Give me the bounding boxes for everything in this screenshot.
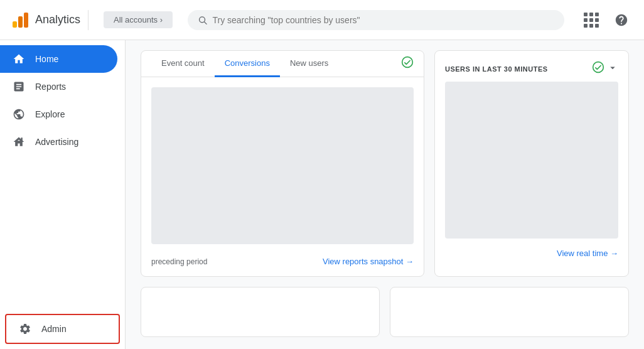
card-footer: preceding period View reports snapshot →: [141, 254, 424, 276]
admin-label: Admin: [41, 324, 67, 334]
search-bar[interactable]: [188, 10, 564, 30]
tab-event-count[interactable]: Event count: [151, 51, 215, 77]
top-header: Analytics All accounts ›: [0, 0, 644, 40]
rt-check-icon: [592, 61, 604, 77]
logo-area: Analytics: [10, 10, 89, 30]
account-bg-label[interactable]: All accounts ›: [104, 11, 173, 28]
svg-rect-1: [18, 16, 23, 28]
help-button[interactable]: [609, 8, 634, 33]
card-check-icon: [401, 56, 414, 72]
svg-line-4: [205, 21, 207, 24]
sidebar: Home Reports Explore: [0, 40, 126, 349]
admin-gear-icon: [19, 323, 31, 335]
app-title: Analytics: [35, 13, 80, 26]
sidebar-item-home[interactable]: Home: [0, 45, 117, 73]
rt-card-header: USERS IN LAST 30 MINUTES: [435, 51, 628, 82]
sidebar-item-advertising[interactable]: Advertising: [0, 128, 117, 156]
tab-new-users[interactable]: New users: [280, 51, 338, 77]
search-input[interactable]: [212, 15, 554, 25]
rt-card-title: USERS IN LAST 30 MINUTES: [445, 65, 548, 73]
main-card: Event count Conversions New users: [141, 50, 424, 277]
header-actions: [579, 8, 634, 33]
sidebar-item-explore[interactable]: Explore: [0, 100, 117, 128]
sidebar-item-advertising-label: Advertising: [35, 137, 78, 147]
rt-chart-area: [445, 82, 618, 239]
bottom-card-1: [141, 287, 380, 337]
realtime-card: USERS IN LAST 30 MINUTES: [434, 50, 629, 277]
apps-menu-button[interactable]: [579, 8, 604, 33]
tab-conversions[interactable]: Conversions: [215, 51, 280, 77]
account-breadcrumb[interactable]: All accounts ›: [96, 11, 180, 28]
view-real-time-link[interactable]: View real time →: [557, 249, 618, 258]
explore-icon: [13, 108, 25, 121]
bottom-row: [141, 287, 629, 337]
bottom-card-2: [390, 287, 629, 337]
sidebar-item-explore-label: Explore: [35, 109, 65, 119]
home-icon: [13, 53, 25, 65]
main-layout: Home Reports Explore: [0, 40, 644, 349]
svg-rect-0: [13, 21, 17, 28]
card-tabs: Event count Conversions New users: [141, 51, 424, 77]
rt-footer: View real time →: [435, 249, 628, 268]
cards-row: Event count Conversions New users: [141, 50, 629, 277]
breadcrumb-chevron: ›: [160, 15, 163, 24]
svg-point-6: [593, 62, 604, 73]
sidebar-item-reports[interactable]: Reports: [0, 73, 117, 100]
svg-point-5: [402, 57, 413, 68]
apps-grid-icon: [584, 13, 599, 28]
ga-logo-icon: [10, 10, 30, 30]
sidebar-item-home-label: Home: [35, 54, 58, 64]
sidebar-spacer: [0, 156, 125, 309]
rt-controls: [592, 61, 618, 77]
reports-icon: [13, 80, 25, 93]
admin-item[interactable]: Admin: [5, 314, 120, 344]
preceding-period-text: preceding period: [151, 257, 207, 266]
advertising-icon: [13, 136, 25, 148]
sidebar-item-reports-label: Reports: [35, 82, 66, 92]
view-reports-snapshot-link[interactable]: View reports snapshot →: [323, 257, 414, 266]
svg-rect-2: [24, 13, 28, 28]
rt-dropdown-chevron-icon[interactable]: [607, 62, 618, 76]
card-chart-area: [151, 87, 414, 244]
search-icon: [198, 15, 207, 25]
help-icon: [614, 13, 628, 27]
content-area: Event count Conversions New users: [126, 40, 644, 349]
